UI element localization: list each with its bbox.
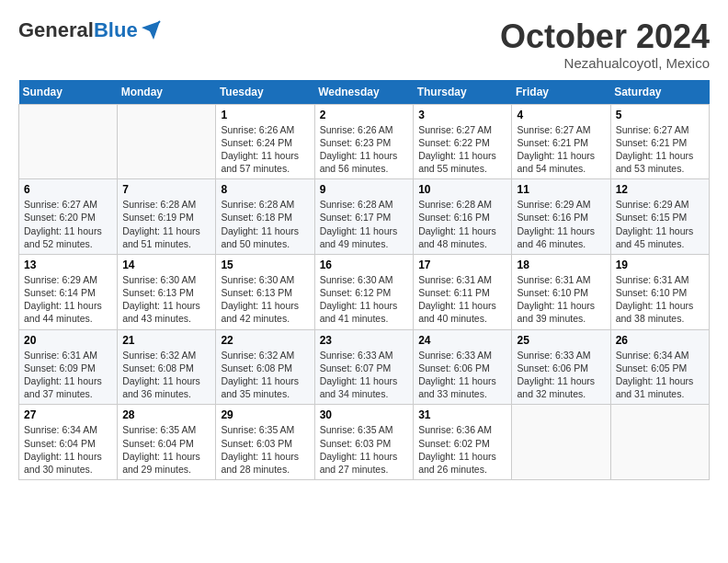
day-number: 20 — [24, 334, 112, 347]
location-text: Nezahualcoyotl, Mexico — [500, 55, 710, 71]
month-title: October 2024 — [500, 18, 710, 55]
day-info: Sunrise: 6:27 AMSunset: 6:21 PMDaylight:… — [517, 123, 605, 176]
day-info: Sunrise: 6:26 AMSunset: 6:23 PMDaylight:… — [320, 123, 409, 176]
calendar-week-row: 6Sunrise: 6:27 AMSunset: 6:20 PMDaylight… — [19, 179, 710, 255]
day-info: Sunrise: 6:34 AMSunset: 6:05 PMDaylight:… — [616, 349, 704, 401]
day-info: Sunrise: 6:26 AMSunset: 6:24 PMDaylight:… — [221, 123, 309, 176]
calendar-cell: 4Sunrise: 6:27 AMSunset: 6:21 PMDaylight… — [512, 104, 610, 179]
calendar-cell: 7Sunrise: 6:28 AMSunset: 6:19 PMDaylight… — [118, 179, 216, 255]
calendar-cell: 19Sunrise: 6:31 AMSunset: 6:10 PMDayligh… — [610, 254, 709, 329]
calendar-cell: 3Sunrise: 6:27 AMSunset: 6:22 PMDaylight… — [414, 104, 512, 179]
day-number: 2 — [320, 109, 409, 121]
day-info: Sunrise: 6:28 AMSunset: 6:18 PMDaylight:… — [221, 198, 309, 250]
calendar-cell: 2Sunrise: 6:26 AMSunset: 6:23 PMDaylight… — [314, 104, 414, 179]
day-number: 13 — [24, 259, 112, 271]
calendar-cell: 21Sunrise: 6:32 AMSunset: 6:08 PMDayligh… — [118, 329, 216, 405]
calendar-cell: 24Sunrise: 6:33 AMSunset: 6:06 PMDayligh… — [414, 329, 512, 405]
day-number: 9 — [320, 183, 409, 196]
day-number: 25 — [517, 334, 605, 347]
logo-general-text: General — [18, 18, 94, 42]
day-number: 21 — [122, 334, 210, 347]
day-number: 26 — [616, 334, 704, 347]
day-number: 3 — [418, 109, 506, 121]
day-info: Sunrise: 6:28 AMSunset: 6:16 PMDaylight:… — [418, 198, 506, 250]
day-number: 12 — [616, 183, 704, 196]
calendar-table: SundayMondayTuesdayWednesdayThursdayFrid… — [18, 80, 710, 480]
day-number: 23 — [320, 334, 409, 347]
day-info: Sunrise: 6:32 AMSunset: 6:08 PMDaylight:… — [122, 349, 210, 401]
calendar-cell: 26Sunrise: 6:34 AMSunset: 6:05 PMDayligh… — [610, 329, 709, 405]
calendar-week-row: 1Sunrise: 6:26 AMSunset: 6:24 PMDaylight… — [19, 104, 710, 179]
day-number: 10 — [418, 183, 506, 196]
calendar-cell: 22Sunrise: 6:32 AMSunset: 6:08 PMDayligh… — [216, 329, 314, 405]
logo-bird-icon — [140, 19, 162, 41]
calendar-cell: 14Sunrise: 6:30 AMSunset: 6:13 PMDayligh… — [118, 254, 216, 329]
day-info: Sunrise: 6:33 AMSunset: 6:06 PMDaylight:… — [517, 349, 605, 401]
calendar-header-sunday: Sunday — [19, 80, 118, 105]
calendar-cell: 13Sunrise: 6:29 AMSunset: 6:14 PMDayligh… — [19, 254, 118, 329]
calendar-header-row: SundayMondayTuesdayWednesdayThursdayFrid… — [19, 80, 710, 105]
day-number: 27 — [24, 408, 112, 421]
day-info: Sunrise: 6:35 AMSunset: 6:03 PMDaylight:… — [320, 423, 409, 476]
day-number: 30 — [320, 408, 409, 421]
day-info: Sunrise: 6:30 AMSunset: 6:13 PMDaylight:… — [122, 273, 210, 326]
calendar-cell: 16Sunrise: 6:30 AMSunset: 6:12 PMDayligh… — [314, 254, 414, 329]
calendar-header-thursday: Thursday — [414, 80, 512, 105]
day-number: 6 — [24, 183, 112, 196]
calendar-cell: 18Sunrise: 6:31 AMSunset: 6:10 PMDayligh… — [512, 254, 610, 329]
calendar-cell — [512, 405, 610, 480]
day-number: 28 — [122, 408, 210, 421]
day-info: Sunrise: 6:36 AMSunset: 6:02 PMDaylight:… — [418, 423, 506, 476]
calendar-cell — [610, 405, 709, 480]
day-number: 15 — [221, 259, 309, 271]
calendar-cell: 17Sunrise: 6:31 AMSunset: 6:11 PMDayligh… — [414, 254, 512, 329]
day-number: 18 — [517, 259, 605, 271]
calendar-cell: 23Sunrise: 6:33 AMSunset: 6:07 PMDayligh… — [314, 329, 414, 405]
calendar-cell — [118, 104, 216, 179]
calendar-week-row: 20Sunrise: 6:31 AMSunset: 6:09 PMDayligh… — [19, 329, 710, 405]
calendar-cell: 10Sunrise: 6:28 AMSunset: 6:16 PMDayligh… — [414, 179, 512, 255]
day-info: Sunrise: 6:27 AMSunset: 6:21 PMDaylight:… — [616, 123, 704, 176]
day-info: Sunrise: 6:35 AMSunset: 6:04 PMDaylight:… — [122, 423, 210, 476]
day-number: 1 — [221, 109, 309, 121]
day-number: 24 — [418, 334, 506, 347]
calendar-cell: 31Sunrise: 6:36 AMSunset: 6:02 PMDayligh… — [414, 405, 512, 480]
calendar-cell: 9Sunrise: 6:28 AMSunset: 6:17 PMDaylight… — [314, 179, 414, 255]
day-number: 4 — [517, 109, 605, 121]
day-info: Sunrise: 6:31 AMSunset: 6:09 PMDaylight:… — [24, 349, 112, 401]
day-number: 5 — [616, 109, 704, 121]
day-number: 22 — [221, 334, 309, 347]
day-info: Sunrise: 6:28 AMSunset: 6:17 PMDaylight:… — [320, 198, 409, 250]
day-number: 14 — [122, 259, 210, 271]
calendar-header-wednesday: Wednesday — [314, 80, 414, 105]
page-header: GeneralBlue October 2024 Nezahualcoyotl,… — [18, 18, 710, 71]
day-info: Sunrise: 6:28 AMSunset: 6:19 PMDaylight:… — [122, 198, 210, 250]
title-block: October 2024 Nezahualcoyotl, Mexico — [500, 18, 710, 71]
calendar-week-row: 13Sunrise: 6:29 AMSunset: 6:14 PMDayligh… — [19, 254, 710, 329]
day-info: Sunrise: 6:31 AMSunset: 6:10 PMDaylight:… — [517, 273, 605, 326]
logo-blue-text: Blue — [94, 18, 138, 42]
day-number: 31 — [418, 408, 506, 421]
day-number: 11 — [517, 183, 605, 196]
calendar-cell: 11Sunrise: 6:29 AMSunset: 6:16 PMDayligh… — [512, 179, 610, 255]
calendar-cell: 27Sunrise: 6:34 AMSunset: 6:04 PMDayligh… — [19, 405, 118, 480]
logo: GeneralBlue — [18, 18, 162, 42]
day-number: 29 — [221, 408, 309, 421]
day-number: 16 — [320, 259, 409, 271]
calendar-header-friday: Friday — [512, 80, 610, 105]
calendar-cell: 15Sunrise: 6:30 AMSunset: 6:13 PMDayligh… — [216, 254, 314, 329]
calendar-header-saturday: Saturday — [610, 80, 709, 105]
day-info: Sunrise: 6:29 AMSunset: 6:14 PMDaylight:… — [24, 273, 112, 326]
calendar-cell: 30Sunrise: 6:35 AMSunset: 6:03 PMDayligh… — [314, 405, 414, 480]
day-info: Sunrise: 6:29 AMSunset: 6:15 PMDaylight:… — [616, 198, 704, 250]
calendar-cell: 1Sunrise: 6:26 AMSunset: 6:24 PMDaylight… — [216, 104, 314, 179]
day-info: Sunrise: 6:31 AMSunset: 6:10 PMDaylight:… — [616, 273, 704, 326]
calendar-cell: 6Sunrise: 6:27 AMSunset: 6:20 PMDaylight… — [19, 179, 118, 255]
day-number: 8 — [221, 183, 309, 196]
day-info: Sunrise: 6:29 AMSunset: 6:16 PMDaylight:… — [517, 198, 605, 250]
day-info: Sunrise: 6:27 AMSunset: 6:20 PMDaylight:… — [24, 198, 112, 250]
day-info: Sunrise: 6:27 AMSunset: 6:22 PMDaylight:… — [418, 123, 506, 176]
day-number: 17 — [418, 259, 506, 271]
day-info: Sunrise: 6:33 AMSunset: 6:07 PMDaylight:… — [320, 349, 409, 401]
day-info: Sunrise: 6:32 AMSunset: 6:08 PMDaylight:… — [221, 349, 309, 401]
